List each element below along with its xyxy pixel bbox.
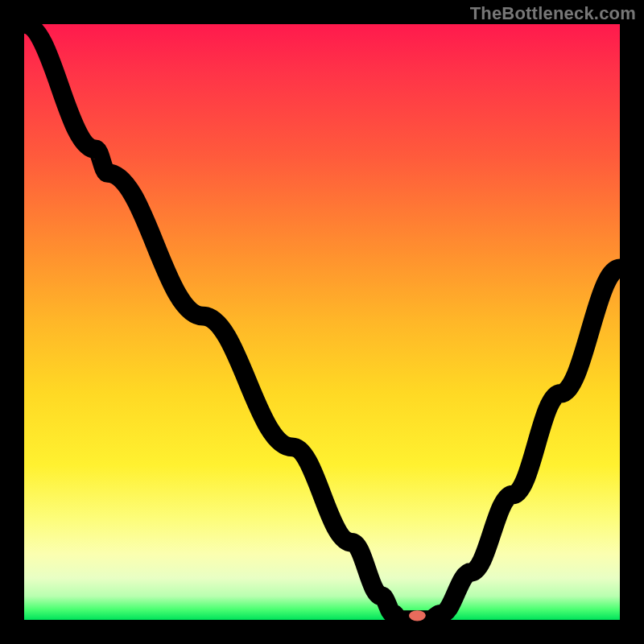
chart-svg (24, 24, 620, 620)
optimal-marker (409, 610, 426, 621)
watermark-text: TheBottleneck.com (470, 3, 636, 24)
plot-area (24, 24, 620, 620)
chart-frame: TheBottleneck.com (0, 0, 644, 644)
bottleneck-curve (24, 24, 620, 620)
